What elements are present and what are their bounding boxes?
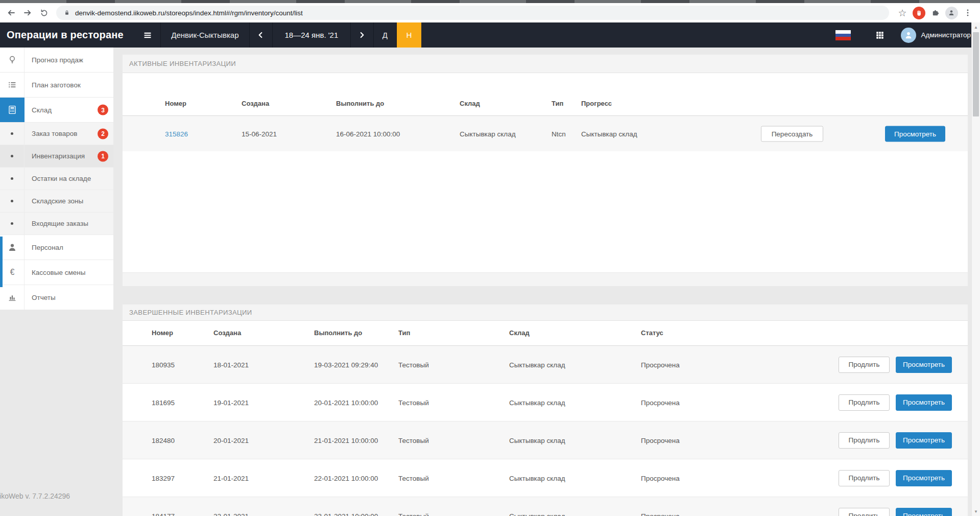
screen: denvik-demostend.iikoweb.ru/storeops/ind… [0,0,980,516]
forward-icon [22,8,33,18]
completed-table-head: НомерСозданаВыполнить доТипСкладСтатус [123,321,968,346]
inventory-number-link[interactable]: 315826 [165,130,188,137]
active-inventories-section: АКТИВНЫЕ ИНВЕНТАРИЗАЦИИ НомерСозданаВыпо… [123,55,968,286]
cell-due: 23-01-2021 10:00:00 [314,512,378,516]
location-selector[interactable]: Денвик-Сыктывкар [160,22,249,48]
cell-created: 18-01-2021 [213,361,249,368]
cell-status: Просрочена [641,398,680,406]
bullet-icon [0,190,25,212]
section-title: АКТИВНЫЕ ИНВЕНТАРИЗАЦИИ [123,55,968,73]
cell-created: 19-01-2021 [213,398,249,406]
extend-button[interactable]: Продлить [839,394,890,411]
extend-button[interactable]: Продлить [839,432,890,449]
browser-profile-button[interactable] [943,5,960,21]
table-row: 181695 19-01-2021 20-01-2021 10:00:00 Те… [123,384,968,421]
page-title: Операции в ресторане [0,22,135,48]
cell-number: 184177 [152,512,175,516]
sidebar-item-staff[interactable]: Персонал [0,235,113,260]
sidebar-item-store-zones[interactable]: Складские зоны [0,190,113,213]
prev-period-button[interactable] [249,22,273,48]
scroll-down-button[interactable]: ▼ [972,507,980,515]
notification-badge: 3 [98,105,108,115]
main-content: АКТИВНЫЕ ИНВЕНТАРИЗАЦИИ НомерСозданаВыпо… [123,48,968,516]
sidebar-item-inventory[interactable]: Инвентаризация 1 [0,145,113,168]
cell-number: 180935 [152,361,175,368]
completed-inventories-section: ЗАВЕРШЕННЫЕ ИНВЕНТАРИЗАЦИИ НомерСозданаВ… [123,304,968,516]
star-icon: ☆ [898,8,906,18]
forward-button[interactable] [19,5,36,21]
sidebar-item-prep-plan[interactable]: План заготовок [0,73,113,98]
day-view-button[interactable]: Д [374,22,397,48]
url-text: denvik-demostend.iikoweb.ru/storeops/ind… [75,9,303,17]
section-title: ЗАВЕРШЕННЫЕ ИНВЕНТАРИЗАЦИИ [123,304,968,321]
cell-status: Просрочена [641,474,680,482]
cell-type: Тестовый [398,474,429,482]
address-bar[interactable]: denvik-demostend.iikoweb.ru/storeops/ind… [56,6,889,20]
language-flag-button[interactable] [835,30,851,40]
view-button[interactable]: Просмотреть [896,432,952,449]
extensions-button[interactable] [927,5,943,21]
view-button[interactable]: Просмотреть [896,394,952,411]
cell-store: Сыктывкар склад [509,512,565,516]
sidebar-item-cash-shifts[interactable]: Кассовые смены [0,260,113,285]
scroll-up-button[interactable]: ▲ [972,23,980,31]
view-button[interactable]: Просмотреть [896,470,952,486]
sidebar-item-sales-forecast[interactable]: Прогноз продаж [0,48,113,73]
sidebar-scrollbar-thumb[interactable] [0,237,3,287]
table-row: 180935 18-01-2021 19-03-2021 09:29:40 Те… [123,346,968,384]
cell-status: Просрочена [641,361,680,368]
sidebar-item-store[interactable]: Склад 3 [0,98,113,123]
sidebar-item-stock-balance[interactable]: Остатки на складе [0,168,113,190]
user-menu[interactable]: Администратор [901,22,980,48]
person-icon [0,235,25,260]
sidebar-item-incoming-orders[interactable]: Входящие заказы [0,213,113,235]
view-button[interactable]: Просмотреть [885,126,945,142]
back-button[interactable] [3,5,19,21]
apps-grid-button[interactable] [872,28,888,43]
cell-store: Сыктывкар склад [460,130,516,137]
version-label: iikoWeb v. 7.7.2.24296 [0,492,70,500]
cell-store: Сыктывкар склад [509,398,565,406]
page-scrollbar-track[interactable]: ▲ ▼ [971,22,980,516]
column-header: Статус [641,329,663,337]
sidebar-item-reports[interactable]: Отчеты [0,285,113,310]
cell-due: 21-01-2021 10:00:00 [314,436,378,444]
notification-badge: 2 [98,128,108,139]
adblock-hand-icon [913,7,925,19]
sidebar: Прогноз продаж План заготовок Склад 3 За… [0,48,113,310]
view-button[interactable]: Просмотреть [896,508,952,516]
next-period-button[interactable] [350,22,374,48]
cell-number: 182480 [152,436,175,444]
refresh-button[interactable] [36,5,52,21]
apps-grid-icon [875,31,885,40]
cell-type: Тестовый [398,512,429,516]
extend-button[interactable]: Продлить [839,357,890,373]
cell-created: 20-01-2021 [213,436,249,444]
table-row: 184177 22-01-2021 23-01-2021 10:00:00 Те… [123,497,968,516]
kebab-menu-icon [963,8,972,17]
extend-button[interactable]: Продлить [839,470,890,486]
recreate-button[interactable]: Пересоздать [761,126,823,142]
cell-store: Сыктывкар склад [509,436,565,444]
page-scrollbar-thumb[interactable] [973,32,979,116]
chart-icon [0,285,25,310]
lock-icon [63,9,70,16]
chevron-right-icon [357,31,366,39]
column-header: Склад [509,329,530,337]
bullet-icon [0,168,25,190]
view-button[interactable]: Просмотреть [896,357,952,373]
browser-menu-button[interactable] [960,5,976,21]
bookmark-star-button[interactable]: ☆ [894,5,911,21]
completed-table-body: 180935 18-01-2021 19-03-2021 09:29:40 Те… [123,346,968,516]
app-header: Операции в ресторане Денвик-Сыктывкар 18… [0,22,980,48]
user-avatar-icon [901,28,916,43]
cell-due: 19-03-2021 09:29:40 [314,361,378,368]
section-footer-stripe [123,272,968,286]
menu-button[interactable] [135,22,160,48]
adblock-extension-button[interactable] [911,5,927,21]
column-header: Прогресс [581,100,612,107]
extend-button[interactable]: Продлить [839,508,890,516]
column-header: Номер [165,100,186,107]
sidebar-item-goods-orders[interactable]: Заказ товаров 2 [0,123,113,145]
week-view-button[interactable]: Н [397,22,421,48]
